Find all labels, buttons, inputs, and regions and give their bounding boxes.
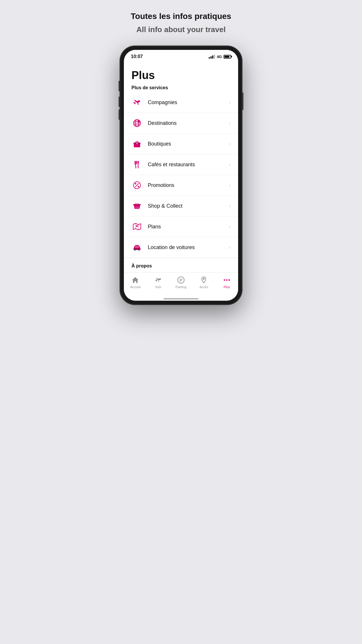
svg-text:P: P	[180, 278, 182, 282]
svg-point-14	[135, 183, 136, 185]
tab-acces-label: Accès	[199, 285, 208, 289]
home-tab-icon	[131, 276, 139, 284]
boutiques-chevron: ›	[229, 141, 231, 147]
svg-rect-32	[133, 248, 140, 249]
menu-list: Compagnies ›	[124, 92, 238, 258]
promotions-label: Promotions	[148, 182, 229, 188]
tab-acces[interactable]: Accès	[192, 275, 215, 290]
cafes-chevron: ›	[229, 162, 231, 168]
compagnies-chevron: ›	[229, 99, 231, 106]
plane-tab-icon	[154, 276, 162, 284]
svg-point-37	[226, 279, 227, 281]
signal-bars-icon	[209, 55, 215, 59]
status-time: 10:07	[131, 54, 143, 59]
svg-rect-27	[135, 246, 139, 248]
car-icon	[131, 242, 143, 253]
tab-parking-label: Parking	[175, 285, 186, 289]
svg-point-29	[135, 249, 136, 250]
tab-vols-label: Vols	[155, 285, 161, 289]
menu-item-compagnies[interactable]: Compagnies ›	[124, 92, 238, 113]
menu-item-shop-collect[interactable]: Shop & Collect ›	[124, 196, 238, 216]
svg-point-35	[203, 278, 205, 280]
app-content: Plus Plus de services Compagnies ›	[124, 64, 238, 272]
svg-rect-8	[136, 143, 138, 144]
tab-parking[interactable]: P Parking	[170, 275, 192, 290]
phone-shell: 10:07 4G Plus Plus de services	[120, 46, 242, 305]
tab-accueil[interactable]: Accueil	[124, 275, 147, 290]
menu-item-promotions[interactable]: Promotions ›	[124, 175, 238, 196]
percent-icon	[131, 180, 143, 191]
menu-item-plans[interactable]: Plans ›	[124, 216, 238, 237]
menu-item-destinations[interactable]: Destinations ›	[124, 113, 238, 134]
menu-item-location[interactable]: Location de voitures ›	[124, 237, 238, 258]
tab-accueil-label: Accueil	[130, 285, 140, 289]
plane-icon	[131, 97, 143, 108]
menu-item-boutiques[interactable]: Boutiques ›	[124, 134, 238, 154]
menu-item-cafes[interactable]: Cafés et restaurants ›	[124, 154, 238, 175]
page-header: Toutes les infos pratiques All info abou…	[131, 12, 231, 34]
promotions-chevron: ›	[229, 182, 231, 188]
svg-point-25	[136, 225, 138, 227]
dots-tab-icon	[223, 276, 231, 284]
status-bar: 10:07 4G	[124, 50, 238, 61]
phone-screen: 10:07 4G Plus Plus de services	[124, 50, 238, 301]
home-bar-pill	[164, 298, 198, 300]
svg-point-15	[138, 186, 139, 188]
location-chevron: ›	[229, 244, 231, 251]
svg-point-31	[139, 249, 140, 250]
location-tab-icon	[200, 276, 208, 284]
bag-icon	[131, 138, 143, 149]
tab-plus-label: Plus	[224, 285, 230, 289]
tab-plus[interactable]: Plus	[215, 275, 238, 290]
compagnies-label: Compagnies	[148, 99, 229, 106]
plans-chevron: ›	[229, 224, 231, 230]
globe-icon	[131, 118, 143, 129]
section-apropos-title: À propos	[124, 258, 238, 272]
plans-label: Plans	[148, 224, 229, 230]
shop-collect-label: Shop & Collect	[148, 203, 229, 209]
app-title: Plus	[124, 67, 238, 83]
page-title-english: All info about your travel	[131, 25, 231, 34]
basket-icon	[131, 200, 143, 211]
status-right: 4G	[209, 55, 231, 59]
tab-bar: Accueil Vols P Parking	[124, 272, 238, 296]
section-services-title: Plus de services	[124, 83, 238, 92]
shop-collect-chevron: ›	[229, 203, 231, 209]
svg-point-38	[228, 279, 230, 281]
location-label: Location de voitures	[148, 244, 229, 251]
tab-vols[interactable]: Vols	[147, 275, 169, 290]
page-title-french: Toutes les infos pratiques	[131, 12, 231, 21]
parking-tab-icon: P	[177, 276, 185, 284]
destinations-label: Destinations	[148, 120, 229, 126]
svg-point-36	[224, 279, 225, 281]
battery-icon	[224, 55, 231, 59]
destinations-chevron: ›	[229, 120, 231, 126]
home-bar	[124, 296, 238, 301]
fork-icon	[131, 159, 143, 170]
cafes-label: Cafés et restaurants	[148, 162, 229, 168]
boutiques-label: Boutiques	[148, 141, 229, 147]
map-icon	[131, 221, 143, 232]
network-indicator: 4G	[217, 55, 222, 59]
